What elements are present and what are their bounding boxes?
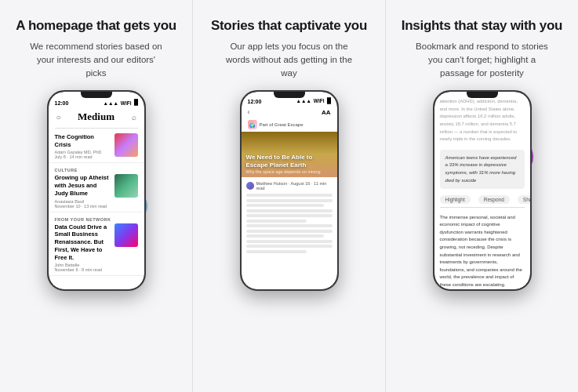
article-2-thumb (115, 174, 138, 198)
phone-1: 12:00 ▲▲▲ WiFi ▉ ○ Medium ⌕ (47, 90, 146, 291)
phone-1-screen: 12:00 ▲▲▲ WiFi ▉ ○ Medium ⌕ (49, 92, 144, 289)
panel-3-desc: Bookmark and respond to stories you can'… (412, 40, 553, 79)
search-icon[interactable]: ⌕ (132, 113, 136, 122)
article-screen-title: We Need to Be Able to Escape Planet Eart… (246, 154, 333, 169)
article-screen-sub: Why the space age depends on mining (246, 169, 333, 174)
phone-3-screen: attention (ADHD), addiction, dementia, a… (434, 92, 530, 289)
article-nav-bar: ‹ AA (242, 107, 337, 118)
panel-1-title: A homepage that gets you (16, 17, 176, 34)
article-card-2[interactable]: CULTURE Growing up Atheist with Jesus an… (49, 163, 144, 212)
source-label: Part of Great Escape (260, 122, 304, 127)
article-3-tag: FROM YOUR NETWORK (55, 217, 138, 222)
article-hero-overlay: We Need to Be Able to Escape Planet Eart… (242, 151, 337, 177)
action-bar: Highlight Respond Share ··· (434, 192, 530, 207)
body-line-2 (246, 199, 333, 202)
article-3-title: Data Could Drive a Small Business Renais… (55, 223, 111, 262)
source-bar: 🌍 Part of Great Escape (242, 118, 337, 132)
article-2-date: November 10 · 13 min read (55, 204, 111, 209)
phone-2-time: 12:00 (248, 99, 262, 104)
body-line-3 (246, 204, 324, 207)
phone-2-wrap: 12:00 ▲▲▲ WiFi ▉ ‹ AA 🌍 Part of Great Es… (238, 90, 340, 384)
signal-icon-2: ▲▲▲ (296, 98, 311, 104)
phone-1-status-icons: ▲▲▲ WiFi ▉ (104, 100, 138, 106)
article-card-3[interactable]: FROM YOUR NETWORK Data Could Drive a Sma… (49, 212, 144, 277)
source-icon: 🌍 (248, 120, 257, 129)
phone-1-time: 12:00 (55, 100, 69, 106)
article-2-title: Growing up Atheist with Jesus and Judy B… (55, 174, 111, 197)
panel-3-title: Insights that stay with you (402, 17, 562, 34)
body-line-5 (246, 214, 333, 217)
article-2-tag: CULTURE (55, 168, 138, 172)
body-line-10 (246, 240, 333, 243)
body-line-9 (246, 234, 324, 238)
medium-logo: Medium (61, 111, 132, 123)
article-1-date: July 8 · 14 min read (55, 154, 111, 159)
article-1-thumb (115, 133, 138, 157)
body-line-7 (246, 224, 333, 227)
panel-2-desc: Our app lets you focus on the words with… (219, 40, 360, 79)
back-icon[interactable]: ‹ (248, 108, 250, 116)
panel-stories: Stories that captivate you Our app lets … (193, 0, 386, 392)
share-button[interactable]: Share (518, 195, 530, 204)
phone-3: attention (ADHD), addiction, dementia, a… (433, 90, 532, 291)
article-card-1[interactable]: The Cognition Crisis Adam Gazaley MD, Ph… (49, 129, 144, 164)
phone-1-wrap: 12:00 ▲▲▲ WiFi ▉ ○ Medium ⌕ (45, 90, 147, 384)
phone-2-screen: 12:00 ▲▲▲ WiFi ▉ ‹ AA 🌍 Part of Great Es… (242, 92, 337, 289)
reading-text-gray: attention (ADHD), addiction, dementia, a… (434, 92, 530, 147)
body-line-6 (246, 220, 307, 223)
battery-icon: ▉ (134, 100, 138, 106)
battery-icon-2: ▉ (327, 98, 331, 104)
author-meta: Matthew Hutson · August 16 · 11 min read (256, 181, 333, 191)
phone-2-notch (274, 92, 305, 98)
medium-header: ○ Medium ⌕ (49, 109, 144, 128)
body-line-11 (246, 245, 333, 248)
reading-body-text: The immense personal, societal and econo… (434, 208, 530, 290)
panel-2-title: Stories that captivate you (211, 17, 367, 34)
panel-homepage: A homepage that gets you We recommend st… (0, 0, 193, 392)
text-size-button[interactable]: AA (322, 109, 331, 116)
article-1-title: The Cognition Crisis (55, 133, 111, 149)
phone-1-notch (81, 92, 112, 98)
article-3-date: November 6 · 8 min read (55, 267, 111, 272)
wifi-icon: WiFi (121, 100, 132, 106)
highlight-button[interactable]: Highlight (440, 195, 471, 204)
phone-2: 12:00 ▲▲▲ WiFi ▉ ‹ AA 🌍 Part of Great Es… (240, 90, 339, 291)
phone-3-wrap: attention (ADHD), addiction, dementia, a… (431, 90, 533, 384)
phone-3-notch (467, 92, 498, 98)
author-line: Matthew Hutson · August 16 · 11 min read (246, 181, 333, 191)
body-line-1 (246, 194, 333, 197)
panel-1-desc: We recommend stories based on your inter… (26, 40, 167, 79)
highlight-block: American teens have experienced a 33% in… (440, 150, 525, 189)
article-3-thumb (115, 223, 138, 247)
body-line-12 (246, 250, 307, 253)
signal-icon: ▲▲▲ (104, 100, 118, 106)
wifi-icon-2: WiFi (314, 98, 325, 104)
body-line-8 (246, 230, 333, 233)
author-avatar (246, 182, 254, 190)
highlight-text: American teens have experienced a 33% in… (445, 154, 519, 184)
panel-insights: Insights that stay with you Bookmark and… (386, 0, 578, 392)
body-line-4 (246, 209, 333, 212)
article-screen-body: Matthew Hutson · August 16 · 11 min read (242, 177, 337, 259)
article-hero-image: We Need to Be Able to Escape Planet Eart… (242, 132, 337, 177)
phone-2-status-icons: ▲▲▲ WiFi ▉ (296, 98, 331, 104)
respond-button[interactable]: Respond (478, 195, 510, 204)
